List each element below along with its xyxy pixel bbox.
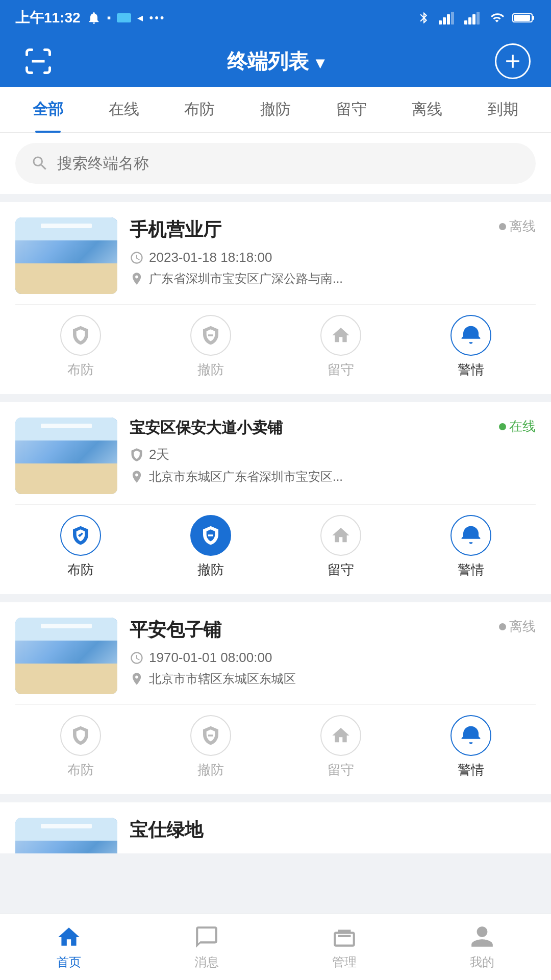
home-nav-icon — [56, 924, 82, 950]
action-stay-2[interactable]: 留守 — [276, 515, 406, 579]
device-name-row-1: 手机营业厅 离线 — [130, 217, 536, 242]
action-disarm-2[interactable]: 撤防 — [145, 515, 276, 579]
device-header-4: 宝仕绿地 — [15, 818, 536, 853]
device-address-text-2: 北京市东城区广东省深圳市宝安区... — [149, 469, 343, 485]
action-disarm-3[interactable]: 撤防 — [145, 715, 276, 779]
search-inner[interactable] — [15, 143, 536, 184]
bluetooth-icon — [417, 11, 431, 24]
main-content: 手机营业厅 离线 2023-01-18 18:18:00 — [0, 133, 551, 933]
action-alert-2[interactable]: 警情 — [406, 515, 536, 579]
device-header-3: 平安包子铺 离线 1970-01-01 08:00:00 — [15, 618, 536, 694]
device-address-text-3: 北京市市辖区东城区东城区 — [149, 671, 296, 687]
tab-expired-label: 到期 — [488, 99, 518, 120]
action-disarm-label-1: 撤防 — [197, 361, 224, 379]
svg-rect-7 — [477, 12, 480, 24]
device-datetime-text-2: 2天 — [149, 446, 169, 463]
action-arm-label-3: 布防 — [67, 761, 94, 779]
device-thumbnail-3 — [15, 618, 117, 694]
device-card-3: 平安包子铺 离线 1970-01-01 08:00:00 — [0, 602, 551, 794]
scan-icon — [23, 46, 54, 77]
action-alert-3[interactable]: 警情 — [406, 715, 536, 779]
action-arm-2[interactable]: 布防 — [15, 515, 145, 579]
device-address-2: 北京市东城区广东省深圳市宝安区... — [130, 469, 536, 485]
tab-disarmed[interactable]: 撤防 — [238, 87, 314, 133]
nav-home[interactable]: 首页 — [0, 914, 138, 980]
alert-icon-1 — [450, 315, 491, 356]
action-alert-1[interactable]: 警情 — [406, 315, 536, 379]
location-icon-1 — [130, 272, 144, 286]
dropdown-chevron-icon — [316, 50, 324, 73]
scan-button[interactable] — [20, 43, 56, 79]
status-right — [417, 11, 536, 24]
nav-message[interactable]: 消息 — [138, 914, 276, 980]
device-thumbnail-1 — [15, 217, 117, 294]
device-thumbnail-2 — [15, 418, 117, 494]
action-arm-1[interactable]: 布防 — [15, 315, 145, 379]
disarm-icon-3 — [190, 715, 231, 756]
action-arm-label-1: 布防 — [67, 361, 94, 379]
tab-armed[interactable]: 布防 — [162, 87, 238, 133]
action-stay-label-1: 留守 — [328, 361, 354, 379]
signal1-icon — [438, 11, 456, 24]
tab-armed-label: 布防 — [184, 99, 215, 120]
tab-all[interactable]: 全部 — [10, 87, 86, 133]
device-info-2: 宝安区保安大道小卖铺 在线 2天 北京市东城区广东省深 — [130, 418, 536, 494]
status-left: 上午11:32 ▪ ◂ ••• — [15, 8, 166, 28]
search-input[interactable] — [57, 155, 520, 172]
search-icon — [31, 154, 49, 173]
location-icon-3 — [130, 672, 144, 686]
action-stay-3[interactable]: 留守 — [276, 715, 406, 779]
header: 终端列表 — [0, 36, 551, 87]
device-address-3: 北京市市辖区东城区东城区 — [130, 671, 536, 687]
device-name-4: 宝仕绿地 — [130, 819, 203, 840]
nav-manage[interactable]: 管理 — [276, 914, 413, 980]
tab-expired[interactable]: 到期 — [465, 87, 541, 133]
device-info-3: 平安包子铺 离线 1970-01-01 08:00:00 — [130, 618, 536, 694]
svg-rect-11 — [32, 60, 45, 63]
device-actions-1: 布防 撤防 留守 警情 — [15, 304, 536, 379]
clock-icon-1 — [130, 251, 144, 265]
tab-online-label: 在线 — [109, 99, 139, 120]
tab-offline[interactable]: 离线 — [389, 87, 465, 133]
alarm-icon — [87, 11, 101, 25]
header-title-area[interactable]: 终端列表 — [227, 47, 324, 76]
device-name-row-2: 宝安区保安大道小卖铺 在线 — [130, 418, 536, 438]
tab-all-label: 全部 — [33, 99, 63, 120]
nav-profile[interactable]: 我的 — [413, 914, 551, 980]
add-icon — [502, 50, 524, 72]
bottom-nav: 首页 消息 管理 我的 — [0, 914, 551, 980]
device-card-2: 宝安区保安大道小卖铺 在线 2天 北京市东城区广东省深 — [0, 402, 551, 594]
device-address-1: 广东省深圳市宝安区广深公路与南... — [130, 271, 536, 287]
stay-icon-3 — [320, 715, 361, 756]
svg-rect-6 — [472, 14, 475, 24]
nav-manage-label: 管理 — [332, 954, 357, 970]
device-datetime-3: 1970-01-01 08:00:00 — [130, 650, 536, 666]
disarm-icon-1 — [190, 315, 231, 356]
alert-icon-2 — [450, 515, 491, 556]
action-stay-1[interactable]: 留守 — [276, 315, 406, 379]
status-time: 上午11:32 — [15, 8, 81, 28]
device-datetime-text-1: 2023-01-18 18:18:00 — [149, 250, 272, 265]
location-icon-2 — [130, 470, 144, 484]
user-nav-icon — [469, 924, 495, 950]
device-card-4: 宝仕绿地 — [0, 802, 551, 853]
svg-rect-5 — [468, 17, 471, 24]
device-info-4: 宝仕绿地 — [130, 818, 536, 853]
action-stay-label-2: 留守 — [328, 561, 354, 579]
add-button[interactable] — [495, 43, 531, 79]
action-arm-3[interactable]: 布防 — [15, 715, 145, 779]
action-disarm-label-2: 撤防 — [197, 561, 224, 579]
tab-online[interactable]: 在线 — [86, 87, 162, 133]
tab-stay[interactable]: 留守 — [313, 87, 389, 133]
clock-icon-3 — [130, 651, 144, 665]
status-bar: 上午11:32 ▪ ◂ ••• — [0, 0, 551, 36]
blue-indicator — [117, 13, 131, 22]
action-stay-label-3: 留守 — [328, 761, 354, 779]
arm-icon-2 — [60, 515, 101, 556]
action-alert-label-1: 警情 — [458, 361, 484, 379]
device-name-3: 平安包子铺 — [130, 618, 221, 643]
device-info-1: 手机营业厅 离线 2023-01-18 18:18:00 — [130, 217, 536, 294]
action-disarm-1[interactable]: 撤防 — [145, 315, 276, 379]
action-disarm-label-3: 撤防 — [197, 761, 224, 779]
device-datetime-text-3: 1970-01-01 08:00:00 — [149, 650, 272, 666]
